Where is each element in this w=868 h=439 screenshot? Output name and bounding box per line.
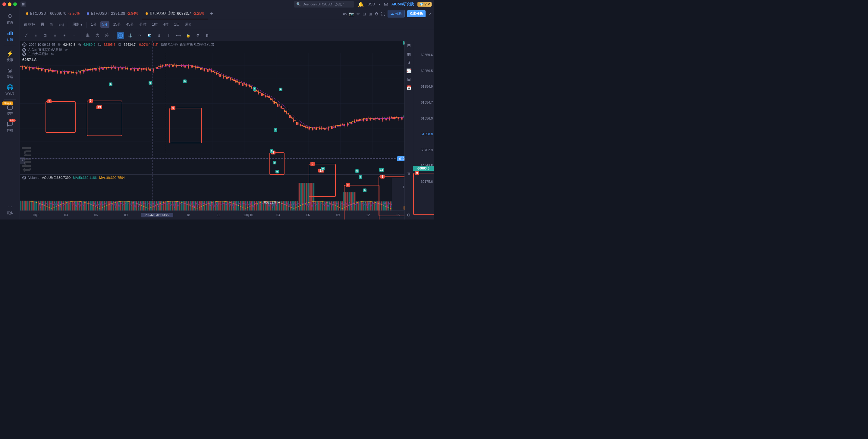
hline2-tool[interactable]: ≡ (51, 32, 59, 39)
sidebar-web3-item[interactable]: 🌐 Web3 (1, 82, 19, 97)
notification-icon[interactable]: 🔔 (358, 1, 364, 7)
rp-calendar-icon[interactable]: 📅 (406, 84, 412, 91)
period-dropdown-btn[interactable]: 周期 ▾ (70, 21, 84, 28)
mail-icon[interactable]: ✉ (384, 1, 388, 7)
segment-tool[interactable] (117, 32, 124, 39)
camera-icon[interactable]: 📷 (349, 11, 354, 16)
chip-indicator[interactable]: 筹 (103, 32, 111, 39)
sidebar-market[interactable]: 行情 (0, 28, 20, 43)
sidebar-news[interactable]: ⚡ 快讯 (0, 48, 20, 64)
rp-dollar-icon[interactable]: $ (406, 59, 412, 66)
btc-dot (26, 12, 28, 15)
annotation-box-6: 9 (344, 185, 379, 220)
sidebar: ⊙ 首页 行情 ⚡ 快讯 ◎ 策略 🌐 Web3 体验金 (0, 8, 20, 220)
chart-container[interactable]: thinl ⊙ 2024-10-09 13:45 开 62480.8 高 624… (20, 41, 434, 220)
measure-tool[interactable]: ⟺ (175, 32, 182, 39)
tab-btcusdt[interactable]: BTC/USDT 60909.70 -2.26% (22, 8, 83, 19)
time-tick-active: 2024-10-09 13:45 (141, 213, 173, 217)
currency-selector[interactable]: USD (367, 2, 375, 6)
main-indicator[interactable]: 主 (84, 32, 91, 39)
expand-icon[interactable]: ⛶ (381, 11, 385, 16)
ma-toggle[interactable]: ✓ (22, 53, 26, 56)
close-button[interactable] (2, 2, 6, 6)
grid-icon[interactable]: ⊞ (369, 11, 372, 16)
undo-btn[interactable]: ◁◁ (56, 22, 65, 28)
ema-toggle[interactable]: ✓ (22, 48, 26, 52)
sidebar-more-item[interactable]: ⋯ 更多 (1, 201, 19, 217)
sidebar-more[interactable]: ⋯ 更多 (0, 201, 20, 217)
market-icon (7, 30, 13, 36)
analysis-button[interactable]: ☁ 分析 (388, 10, 405, 18)
sidebar-home-item[interactable]: ⊙ 首页 (1, 11, 19, 27)
tab-add-button[interactable]: + (208, 10, 215, 18)
period-1h[interactable]: 1时 (150, 21, 159, 28)
sidebar-market-item[interactable]: 行情 (1, 28, 19, 43)
search-text[interactable]: Deepcoin BTC/USDT 永续 / (303, 2, 344, 7)
sidebar-chat-item[interactable]: 99+ 群聊 (1, 119, 19, 135)
period-1m[interactable]: 1分 (89, 21, 98, 28)
period-5m[interactable]: 5分 (100, 22, 110, 28)
sidebar-web3[interactable]: 🌐 Web3 (0, 82, 20, 97)
info-high-label: 高 (78, 42, 81, 47)
sidebar-chat[interactable]: 99+ 群聊 (0, 119, 20, 135)
period-week[interactable]: 周K (183, 21, 193, 28)
sidebar-strategy[interactable]: ◎ 策略 (0, 65, 20, 81)
indicator-icon: ⊞ (24, 23, 27, 27)
period-tick-label: 分时 (139, 22, 147, 27)
window-controls[interactable] (2, 2, 17, 6)
currency-dropdown-icon[interactable]: ▾ (379, 3, 380, 6)
rp-table-icon[interactable]: ⊟ (406, 76, 412, 82)
search-bar[interactable]: 🔍 Deepcoin BTC/USDT 永续 / (294, 1, 354, 7)
pencil-icon[interactable]: ✏ (356, 11, 360, 16)
settings-icon[interactable]: ⚙ (375, 11, 378, 16)
time-tick-6: 21 (203, 213, 233, 217)
period-tick[interactable]: 分时 (137, 21, 148, 28)
anchor-tool[interactable]: ⚓ (127, 32, 134, 39)
filter-tool[interactable]: ⚗ (194, 32, 201, 39)
share-icon[interactable]: ↗ (428, 11, 432, 16)
template-btn[interactable]: ⊟ (48, 22, 55, 28)
tab-ethusdt[interactable]: ETH/USDT 2391.38 -2.84% (83, 8, 142, 19)
maximize-button[interactable] (13, 2, 17, 6)
big-indicator[interactable]: 大 (94, 32, 101, 39)
vip-badge[interactable]: 💎 VIP (417, 2, 432, 7)
hline-tool[interactable]: ≡ (32, 32, 39, 39)
delete-tool[interactable]: 🗑 (204, 32, 211, 39)
save-btn[interactable]: 🗄 (39, 22, 46, 28)
period-15m[interactable]: 15分 (111, 21, 122, 28)
sidebar-strategy-item[interactable]: ◎ 策略 (1, 65, 19, 81)
rp-chart-icon[interactable]: 📈 (406, 67, 412, 74)
price-tick-7: 60762.9 (414, 148, 433, 152)
sidebar-news-item[interactable]: ⚡ 快讯 (1, 48, 19, 64)
period-4h[interactable]: 4时 (161, 21, 170, 28)
main-chart-canvas[interactable] (20, 53, 404, 154)
minimize-button[interactable] (8, 2, 11, 6)
period-1d-label: 1日 (174, 22, 180, 27)
period-45m[interactable]: 45分 (124, 21, 135, 28)
period-1d[interactable]: 1日 (172, 21, 181, 28)
cross-tool[interactable]: + (61, 32, 68, 39)
sidebar-home[interactable]: ⊙ 首页 (0, 11, 20, 27)
lock-tool[interactable]: 🔒 (184, 32, 192, 39)
text-tool[interactable]: T (165, 32, 173, 39)
indicators-btn[interactable]: ⊞ 指标 (22, 21, 37, 28)
copy-tool[interactable]: ⊕ (156, 32, 163, 39)
wave-tool[interactable]: 〜 (136, 32, 144, 39)
crop-icon[interactable]: ⊡ (363, 11, 366, 16)
sep2 (87, 22, 87, 28)
rp-panel-icon[interactable]: ▦ (406, 50, 412, 57)
cursor-tool[interactable]: ╱ (22, 32, 30, 39)
strategy-icon: ◎ (7, 67, 13, 74)
more-tools[interactable]: ··· (70, 32, 78, 39)
vol-label: Volume (28, 176, 39, 179)
vol-value: VOLUME:630.7390 (42, 176, 70, 179)
rp-settings-icon[interactable]: ⚙ (406, 212, 412, 218)
fib-tool[interactable]: 🌊 (146, 32, 153, 39)
rp-layout-icon[interactable]: ⊞ (406, 42, 412, 49)
kline-analysis-button[interactable]: K线分析 (407, 10, 426, 17)
vol-toggle[interactable]: ⊙ (22, 176, 26, 179)
tab-btcusdt-perp[interactable]: BTC/USDT永续 60883.7 -2.25% (142, 8, 208, 19)
box-tool[interactable]: ⊡ (41, 32, 49, 39)
sidebar-assets[interactable]: 体验金 资产 (0, 102, 20, 118)
window-icon: ⊞ (21, 1, 26, 7)
